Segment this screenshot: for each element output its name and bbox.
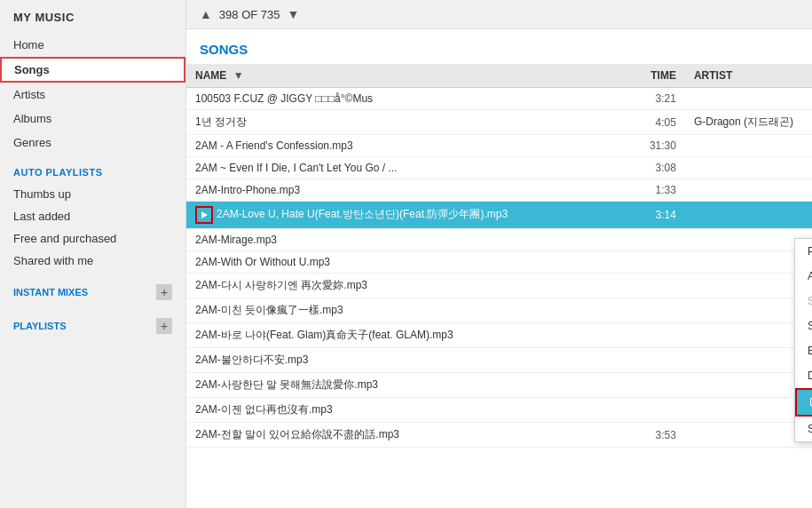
- top-bar: ▲ 398 OF 735 ▼: [186, 0, 812, 29]
- main-content: ▲ 398 OF 735 ▼ SONGS NAME ▼ TIME ARTIST …: [186, 0, 812, 508]
- song-name-text: 2AM-불안하다不安.mp3: [195, 353, 308, 366]
- context-menu-item[interactable]: Edit song info (1): [795, 338, 812, 363]
- song-name-text: 2AM-Mirage.mp3: [195, 234, 277, 246]
- song-time-cell: 4:05: [621, 110, 685, 135]
- sidebar-item-free-purchased[interactable]: Free and purchased: [0, 227, 185, 250]
- table-row[interactable]: 2AM-Mirage.mp3: [186, 229, 812, 251]
- table-row[interactable]: 2AM-Love U, Hate U(Feat.방탄소년단)(Feat.防彈少年…: [186, 202, 812, 229]
- table-row[interactable]: 2AM-다시 사랑하기엔 再次愛妳.mp3: [186, 274, 812, 298]
- song-artist-cell: [685, 135, 812, 157]
- context-menu-item[interactable]: Share YouTube video: [795, 314, 812, 338]
- song-name-cell: 2AM-Mirage.mp3: [186, 229, 621, 251]
- track-count: 398 OF 735: [219, 8, 280, 21]
- song-name-text: 2AM-전할 말이 있어요給你說不盡的話.mp3: [195, 428, 399, 441]
- song-time-cell: [621, 274, 685, 298]
- table-row[interactable]: 2AM-사랑한단 말 못해無法說愛你.mp3: [186, 373, 812, 398]
- sidebar-item-shared-with-me[interactable]: Shared with me: [0, 250, 185, 272]
- table-row[interactable]: 2AM - A Friend's Confession.mp331:30: [186, 135, 812, 157]
- song-name-cell: 2AM-불안하다不安.mp3: [186, 348, 621, 373]
- auto-playlists-section: AUTO PLAYLISTS: [0, 155, 185, 183]
- song-name-cell: 2AM-전할 말이 있어요給你說不盡的話.mp3: [186, 423, 621, 448]
- playlists-add-button[interactable]: +: [156, 318, 172, 334]
- sidebar-item-last-added[interactable]: Last added: [0, 205, 185, 227]
- sidebar: MY MUSIC Home Songs Artists Albums Genre…: [0, 0, 186, 508]
- song-time-cell: 3:14: [621, 202, 685, 229]
- song-name-cell: 2AM-바로 나야(Feat. Glam)真命天子(feat. GLAM).mp…: [186, 323, 621, 348]
- time-column-header[interactable]: TIME: [621, 64, 685, 88]
- song-artist-cell: [685, 398, 812, 423]
- context-menu: Play instant mixAdd to playlist (1) ▶Sha…: [794, 238, 812, 442]
- song-name-cell: 100503 F.CUZ @ JIGGY □□□å°©Mus: [186, 88, 621, 110]
- artist-column-header[interactable]: ARTIST: [685, 64, 812, 88]
- song-artist-cell: [685, 157, 812, 179]
- song-time-cell: [621, 323, 685, 348]
- instant-mixes-add-button[interactable]: +: [156, 284, 172, 300]
- table-row[interactable]: 1년 정거장4:05G-Dragon (지드래곤): [186, 110, 812, 135]
- name-column-header[interactable]: NAME ▼: [186, 64, 621, 88]
- sidebar-item-thumbs-up[interactable]: Thumbs up: [0, 183, 185, 205]
- sidebar-item-genres[interactable]: Genres: [0, 131, 185, 155]
- name-sort-arrow: ▼: [233, 69, 244, 82]
- context-menu-item[interactable]: Delete (1): [795, 388, 812, 417]
- song-artist-cell: [685, 323, 812, 348]
- context-menu-item[interactable]: Play instant mix: [795, 239, 812, 264]
- song-name-text: 2AM-다시 사랑하기엔 再次愛妳.mp3: [195, 279, 367, 291]
- songs-table: NAME ▼ TIME ARTIST 100503 F.CUZ @ JIGGY …: [186, 64, 812, 448]
- song-artist-cell: G-Dragon (지드래곤): [685, 110, 812, 135]
- table-row[interactable]: 2AM-Intro-Phone.mp31:33: [186, 179, 812, 202]
- song-time-cell: [621, 348, 685, 373]
- context-menu-item[interactable]: Add to playlist (1) ▶: [795, 264, 812, 289]
- table-row[interactable]: 2AM ~ Even If I Die, I Can't Let You Go …: [186, 157, 812, 179]
- table-row[interactable]: 2AM-이젠 없다再也沒有.mp3: [186, 398, 812, 423]
- table-row[interactable]: 100503 F.CUZ @ JIGGY □□□å°©Mus3:21: [186, 88, 812, 110]
- song-time-cell: 3:21: [621, 88, 685, 110]
- context-menu-item[interactable]: Shop this artist: [795, 417, 812, 441]
- song-time-cell: [621, 251, 685, 274]
- context-menu-item[interactable]: Download (1): [795, 363, 812, 388]
- sidebar-item-albums[interactable]: Albums: [0, 107, 185, 131]
- song-artist-cell: [685, 298, 812, 323]
- song-name-text: 100503 F.CUZ @ JIGGY □□□å°©Mus: [195, 92, 373, 105]
- playlists-section-header: PLAYLISTS +: [0, 306, 185, 339]
- song-time-cell: [621, 229, 685, 251]
- active-play-button[interactable]: [195, 206, 213, 224]
- song-name-text: 2AM ~ Even If I Die, I Can't Let You Go …: [195, 162, 397, 174]
- instant-mixes-label: INSTANT MIXES: [13, 287, 88, 298]
- song-name-text: 2AM-바로 나야(Feat. Glam)真命天子(feat. GLAM).mp…: [195, 329, 453, 341]
- song-name-cell: 2AM-다시 사랑하기엔 再次愛妳.mp3: [186, 274, 621, 298]
- table-row[interactable]: 2AM-바로 나야(Feat. Glam)真命天子(feat. GLAM).mp…: [186, 323, 812, 348]
- sort-down-icon: ▼: [288, 7, 300, 21]
- song-artist-cell: [685, 373, 812, 398]
- table-row[interactable]: 2AM-불안하다不安.mp3: [186, 348, 812, 373]
- song-time-cell: 3:53: [621, 423, 685, 448]
- song-name-text: 2AM-사랑한단 말 못해無法說愛你.mp3: [195, 378, 378, 391]
- song-name-cell: 2AM-사랑한단 말 못해無法說愛你.mp3: [186, 373, 621, 398]
- sidebar-item-artists[interactable]: Artists: [0, 83, 185, 107]
- song-artist-cell: [685, 88, 812, 110]
- song-name-cell: 2AM-Intro-Phone.mp3: [186, 179, 621, 202]
- songs-table-scroll[interactable]: NAME ▼ TIME ARTIST 100503 F.CUZ @ JIGGY …: [186, 64, 812, 499]
- song-artist-cell: [685, 423, 812, 448]
- song-name-cell: 2AM-With Or Without U.mp3: [186, 251, 621, 274]
- song-artist-cell: [685, 229, 812, 251]
- song-name-cell: 2AM-Love U, Hate U(Feat.방탄소년단)(Feat.防彈少年…: [186, 202, 621, 229]
- song-name-cell: 2AM-이젠 없다再也沒有.mp3: [186, 398, 621, 423]
- song-time-cell: 3:08: [621, 157, 685, 179]
- song-name-cell: 2AM - A Friend's Confession.mp3: [186, 135, 621, 157]
- song-name-text: 2AM-미친 듯이像瘋了一樣.mp3: [195, 304, 343, 316]
- song-name-text: 2AM - A Friend's Confession.mp3: [195, 139, 353, 152]
- sort-up-icon: ▲: [200, 7, 212, 21]
- songs-section-title: SONGS: [186, 29, 812, 64]
- table-row[interactable]: 2AM-미친 듯이像瘋了一樣.mp3: [186, 298, 812, 323]
- song-artist-cell: [685, 274, 812, 298]
- song-name-text: 2AM-Love U, Hate U(Feat.방탄소년단)(Feat.防彈少年…: [217, 208, 508, 220]
- table-row[interactable]: 2AM-전할 말이 있어요給你說不盡的話.mp33:53: [186, 423, 812, 448]
- context-menu-item[interactable]: Share song: [795, 289, 812, 314]
- song-artist-cell: [685, 202, 812, 229]
- sidebar-item-songs[interactable]: Songs: [0, 57, 185, 83]
- playlists-label: PLAYLISTS: [13, 321, 67, 331]
- sidebar-item-home[interactable]: Home: [0, 33, 185, 57]
- table-row[interactable]: 2AM-With Or Without U.mp3: [186, 251, 812, 274]
- song-artist-cell: [685, 348, 812, 373]
- song-name-text: 2AM-이젠 없다再也沒有.mp3: [195, 403, 333, 416]
